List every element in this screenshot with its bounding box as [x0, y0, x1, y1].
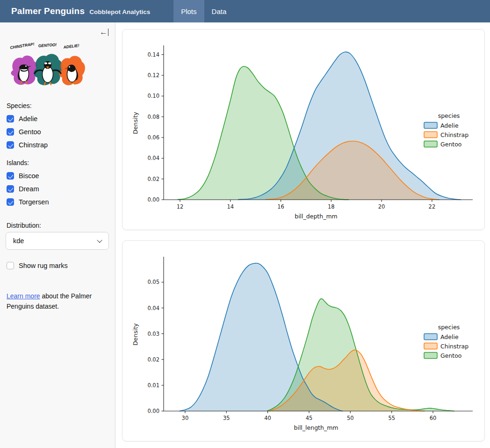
islands-filter-group: Islands: BiscoeDreamTorgersen: [6, 159, 109, 209]
distribution-group: Distribution: kde: [6, 222, 109, 250]
checkbox-label: Gentoo: [19, 128, 41, 136]
tab-data[interactable]: Data: [204, 0, 234, 22]
y-tick-label: 0.02: [147, 176, 159, 182]
legend-label-adelie: Adelie: [440, 333, 459, 340]
checkbox-torgersen[interactable]: Torgersen: [7, 195, 109, 209]
main-content: 1214161820220.000.020.040.060.080.100.12…: [115, 22, 490, 448]
kde-plot-svg: 303540455055600.000.010.020.030.040.05bi…: [126, 245, 480, 437]
sidebar-collapse-button[interactable]: ←: [100, 28, 108, 36]
sidebar: ←: [0, 22, 115, 448]
legend: speciesAdelieChinstrapGentoo: [424, 324, 468, 359]
x-tick-label: 18: [328, 203, 335, 210]
y-tick-label: 0.12: [147, 72, 159, 79]
x-tick-label: 20: [378, 203, 385, 210]
app-brand: Palmer Penguins Cobblepot Analytics: [0, 6, 150, 16]
kde-plot-svg: 1214161820220.000.020.040.060.080.100.12…: [126, 33, 480, 226]
penguin-artwork: CHINSTRAP! GENTOO! ADELIE!: [7, 41, 109, 94]
artwork-label-adelie: ADELIE!: [63, 43, 79, 50]
species-label: Species:: [7, 102, 109, 109]
kde-chart-bill-depth: 1214161820220.000.020.040.060.080.100.12…: [126, 33, 480, 226]
checked-checkbox-icon: [7, 172, 14, 180]
y-axis-label: Density: [132, 112, 139, 134]
x-tick-label: 50: [347, 415, 354, 421]
navbar: Palmer Penguins Cobblepot Analytics Plot…: [0, 0, 490, 22]
plot-card-bill-depth: 1214161820220.000.020.040.060.080.100.12…: [122, 29, 485, 230]
x-tick-label: 45: [306, 415, 313, 421]
checked-checkbox-icon: [7, 141, 14, 149]
checked-checkbox-icon: [7, 128, 14, 136]
y-tick-label: 0.04: [147, 305, 159, 311]
collapse-arrow-icon: ←: [100, 28, 108, 36]
x-tick-label: 35: [223, 415, 230, 421]
legend-label-chinstrap: Chinstrap: [440, 131, 468, 138]
checkbox-label: Biscoe: [19, 172, 39, 180]
kde-chart-bill-length: 303540455055600.000.010.020.030.040.05bi…: [126, 245, 480, 437]
distribution-label: Distribution:: [7, 222, 109, 229]
legend-swatch-adelie: [424, 123, 437, 129]
x-tick-label: 60: [430, 415, 437, 421]
plot-card-bill-length: 303540455055600.000.010.020.030.040.05bi…: [122, 240, 485, 441]
y-tick-label: 0.03: [147, 331, 159, 337]
x-tick-label: 40: [264, 415, 271, 421]
legend-swatch-gentoo: [424, 353, 437, 359]
y-axis-label: Density: [132, 323, 139, 346]
checkbox-dream[interactable]: Dream: [7, 182, 109, 195]
artwork-label-chinstrap: CHINSTRAP!: [10, 42, 35, 50]
legend-swatch-gentoo: [424, 141, 437, 147]
checked-checkbox-icon: [7, 198, 14, 206]
checkbox-chinstrap[interactable]: Chinstrap: [7, 138, 109, 152]
legend-swatch-chinstrap: [424, 343, 437, 349]
y-tick-label: 0.05: [147, 279, 159, 285]
legend-label-adelie: Adelie: [440, 122, 459, 129]
unchecked-checkbox-icon: [7, 262, 14, 269]
y-tick-label: 0.06: [147, 134, 159, 141]
app-title: Palmer Penguins: [11, 6, 85, 16]
tab-plots[interactable]: Plots: [173, 0, 204, 22]
legend-swatch-chinstrap: [424, 132, 437, 138]
y-tick-label: 0.02: [147, 356, 159, 363]
learn-more-link[interactable]: Learn more: [7, 292, 40, 300]
navbar-tabs: PlotsData: [173, 0, 234, 22]
checkbox-gentoo[interactable]: Gentoo: [7, 125, 109, 138]
penguin-artwork-svg: CHINSTRAP! GENTOO! ADELIE!: [7, 41, 87, 93]
page-layout: ←: [0, 22, 490, 448]
checkbox-label: Chinstrap: [19, 141, 48, 149]
y-tick-label: 0.04: [147, 155, 159, 161]
y-tick-label: 0.00: [147, 196, 159, 203]
checkbox-label: Torgersen: [19, 198, 49, 206]
checked-checkbox-icon: [7, 185, 14, 193]
y-tick-label: 0.10: [147, 93, 159, 99]
distribution-select[interactable]: kde: [6, 232, 109, 250]
legend-swatch-adelie: [424, 334, 437, 340]
checkbox-label: Adelie: [19, 115, 37, 123]
legend-label-gentoo: Gentoo: [440, 141, 462, 148]
x-tick-label: 30: [182, 415, 189, 421]
x-axis-label: bill_depth_mm: [295, 213, 338, 220]
x-axis-label: bill_length_mm: [294, 424, 338, 431]
legend-title: species: [438, 112, 460, 119]
distribution-select-value: kde: [13, 237, 24, 245]
artwork-label-gentoo: GENTOO!: [38, 42, 57, 48]
x-tick-label: 12: [177, 203, 184, 210]
legend-title: species: [438, 324, 460, 331]
y-tick-label: 0.08: [147, 114, 159, 120]
y-tick-label: 0.00: [147, 408, 159, 414]
x-tick-label: 22: [429, 203, 436, 210]
y-tick-label: 0.14: [147, 51, 159, 58]
legend-label-chinstrap: Chinstrap: [440, 343, 468, 350]
app-subtitle: Cobblepot Analytics: [89, 8, 150, 15]
rug-checkbox[interactable]: Show rug marks: [7, 259, 109, 272]
checkbox-biscoe[interactable]: Biscoe: [7, 169, 109, 182]
x-tick-label: 16: [277, 203, 284, 210]
islands-label: Islands:: [7, 159, 109, 166]
y-tick-label: 0.01: [147, 382, 159, 389]
checked-checkbox-icon: [7, 115, 14, 123]
chevron-down-icon: [97, 238, 102, 243]
legend-label-gentoo: Gentoo: [440, 352, 462, 359]
rug-label: Show rug marks: [19, 262, 68, 269]
x-tick-label: 55: [388, 415, 395, 421]
checkbox-adelie[interactable]: Adelie: [7, 112, 109, 125]
dataset-note: Learn more about the Palmer Penguins dat…: [7, 291, 99, 312]
legend: speciesAdelieChinstrapGentoo: [424, 112, 468, 148]
species-checkbox-group: AdelieGentooChinstrap: [6, 112, 109, 152]
